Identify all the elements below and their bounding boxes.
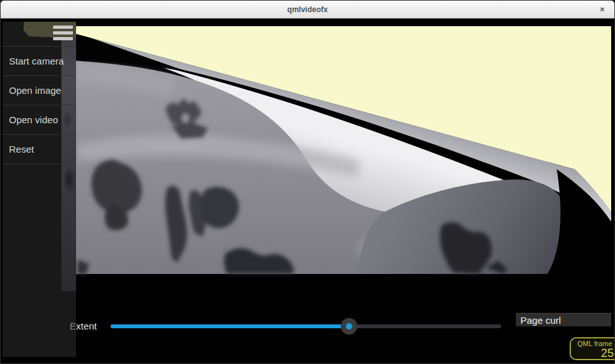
page-curl-effect-canvas (1, 19, 615, 364)
effect-selector-button[interactable]: Page curl (516, 313, 611, 326)
sidebar-item-start-camera[interactable]: Start camera (3, 47, 76, 76)
extent-slider-label: Extent (70, 321, 97, 331)
window-title: qmlvideofx (1, 5, 614, 14)
fps-badge: QML frame r... 25.95 (570, 337, 615, 360)
title-bar: qmlvideofx × (1, 1, 614, 19)
extent-slider[interactable] (111, 318, 501, 335)
sidebar: Start cameraOpen imageOpen videoReset (3, 22, 76, 357)
fps-badge-value: 25.95 (577, 347, 615, 360)
sidebar-item-reset[interactable]: Reset (3, 135, 76, 164)
slider-handle-dot (346, 323, 352, 330)
sidebar-item-open-video[interactable]: Open video (3, 105, 76, 135)
hamburger-icon[interactable] (53, 26, 73, 40)
sidebar-item-open-image[interactable]: Open image (3, 76, 76, 105)
slider-handle[interactable] (341, 318, 357, 335)
slider-fill (111, 324, 349, 328)
close-icon[interactable]: × (596, 4, 608, 15)
sidebar-menu: Start cameraOpen imageOpen videoReset (3, 46, 76, 164)
app-window: Start cameraOpen imageOpen videoReset Ex… (0, 0, 615, 364)
